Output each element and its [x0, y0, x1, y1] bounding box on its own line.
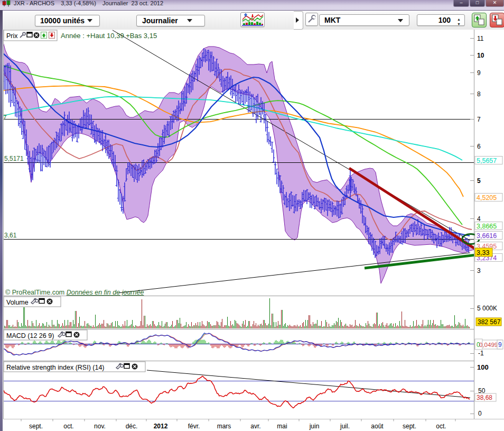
svg-text:5,5657: 5,5657 — [477, 157, 497, 164]
svg-text:382 567: 382 567 — [478, 318, 501, 326]
svg-text:Année : +Haut 10,39 +Bas 3,15: Année : +Haut 10,39 +Bas 3,15 — [61, 32, 157, 40]
svg-text:déc.: déc. — [126, 423, 138, 430]
svg-text:9: 9 — [498, 341, 502, 349]
svg-text:sept.: sept. — [29, 423, 43, 430]
svg-text:3: 3 — [477, 267, 481, 274]
svg-text:-1: -1 — [478, 350, 484, 357]
svg-text:6: 6 — [477, 143, 481, 150]
svg-text:juil.: juil. — [340, 423, 350, 430]
svg-text:sept.: sept. — [403, 423, 416, 430]
svg-text:2012: 2012 — [154, 423, 168, 430]
svg-text:3,33: 3,33 — [477, 249, 489, 256]
svg-text:mai: mai — [277, 423, 287, 430]
svg-text:3,61: 3,61 — [4, 232, 17, 239]
svg-text:100: 100 — [477, 363, 489, 371]
svg-text:0,0499: 0,0499 — [479, 342, 498, 348]
svg-text:5,5171: 5,5171 — [4, 155, 24, 162]
svg-text:7: 7 — [477, 116, 481, 123]
svg-text:Relative strength index (RSI): Relative strength index (RSI) (14) — [6, 364, 105, 371]
svg-text:MACD (12 26 9): MACD (12 26 9) — [6, 332, 54, 340]
svg-text:avr.: avr. — [250, 423, 260, 430]
svg-text:oct.: oct. — [63, 423, 73, 430]
svg-text:mars: mars — [217, 423, 231, 430]
svg-text:3,6616: 3,6616 — [477, 232, 497, 240]
svg-text:11: 11 — [477, 35, 484, 42]
svg-text:févr.: févr. — [188, 423, 200, 430]
svg-text:0: 0 — [478, 410, 482, 417]
svg-text:4: 4 — [477, 215, 481, 223]
svg-text:5: 5 — [477, 177, 481, 185]
svg-text:oct.: oct. — [436, 423, 446, 430]
svg-text:5 000K: 5 000K — [477, 305, 497, 312]
svg-text:4,5205: 4,5205 — [477, 194, 497, 201]
svg-text:Prix: Prix — [6, 32, 18, 40]
svg-text:8: 8 — [477, 90, 481, 98]
svg-text:nov.: nov. — [94, 423, 106, 430]
svg-text:3,8665: 3,8665 — [477, 223, 497, 230]
svg-text:© ProRealTime.com Données en f: © ProRealTime.com Données en fin de jour… — [5, 289, 144, 296]
svg-text:10: 10 — [477, 52, 484, 59]
svg-text:9: 9 — [477, 69, 481, 77]
svg-text:août: août — [371, 423, 384, 430]
svg-text:7: 7 — [3, 114, 7, 121]
svg-text:juin: juin — [309, 423, 320, 430]
svg-text:Volume: Volume — [6, 299, 29, 306]
svg-text:38,68: 38,68 — [477, 394, 492, 401]
